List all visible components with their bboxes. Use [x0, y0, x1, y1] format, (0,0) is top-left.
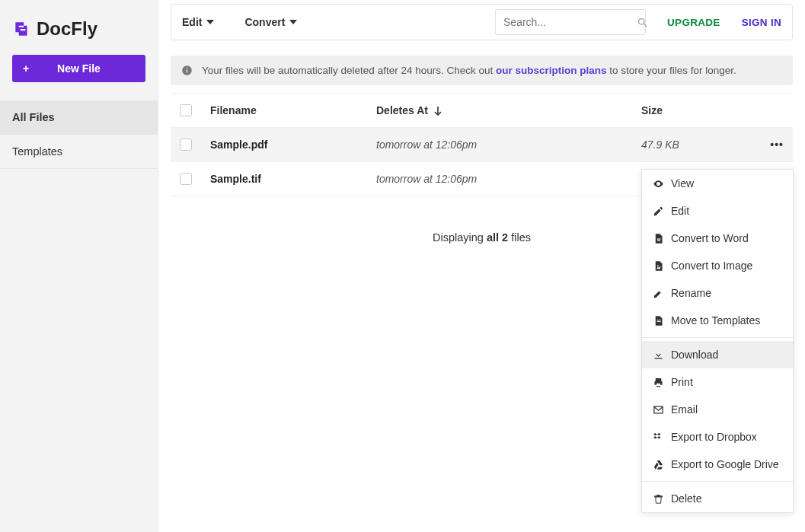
row-size: 47.9 KB: [641, 139, 758, 151]
menu-item-rename[interactable]: Rename: [642, 279, 793, 307]
row-deletes-at: tomorrow at 12:06pm: [376, 139, 641, 151]
header-size[interactable]: Size: [641, 104, 758, 116]
row-checkbox[interactable]: [180, 173, 192, 185]
google-drive-icon: [653, 459, 671, 470]
toolbar: Edit Convert UPGRADE SIGN IN: [171, 4, 793, 40]
menu-item-edit[interactable]: Edit: [642, 197, 793, 225]
menu-item-export-dropbox[interactable]: Export to Dropbox: [642, 423, 793, 451]
brand-name: DocFly: [37, 18, 97, 40]
plus-icon: +: [23, 62, 29, 75]
search-box: [495, 9, 646, 35]
svg-rect-9: [657, 321, 661, 322]
file-image-icon: [653, 260, 671, 272]
svg-rect-3: [187, 69, 187, 72]
row-deletes-at: tomorrow at 12:06pm: [376, 173, 641, 185]
table-row[interactable]: Sample.pdf tomorrow at 12:06pm 47.9 KB •…: [171, 128, 793, 162]
banner-text-after: to store your files for longer.: [606, 65, 736, 76]
menu-divider: [642, 337, 793, 338]
svg-text:W: W: [657, 237, 661, 241]
more-icon: •••: [770, 139, 784, 151]
new-file-button[interactable]: + New File: [12, 55, 145, 82]
search-icon[interactable]: [637, 17, 648, 28]
svg-point-7: [657, 265, 659, 266]
sort-down-icon: [434, 107, 442, 116]
header-filename[interactable]: Filename: [210, 104, 376, 116]
signin-link[interactable]: SIGN IN: [742, 17, 781, 28]
table-header-row: Filename Deletes At Size: [171, 93, 793, 128]
info-icon: [181, 65, 193, 76]
caret-down-icon: [289, 20, 297, 24]
menu-divider: [642, 481, 793, 482]
menu-item-move-templates[interactable]: Move to Templates: [642, 307, 793, 334]
trash-icon: [653, 493, 671, 505]
sidebar: DocFly + New File All Files Templates: [0, 0, 158, 532]
row-filename: Sample.tif: [210, 173, 376, 185]
envelope-icon: [653, 404, 671, 416]
search-input[interactable]: [503, 16, 637, 28]
sidebar-item-all-files[interactable]: All Files: [0, 100, 158, 135]
menu-item-download[interactable]: Download: [642, 341, 793, 368]
row-more-actions[interactable]: •••: [758, 139, 784, 151]
print-icon: [653, 377, 671, 388]
sidebar-item-templates[interactable]: Templates: [0, 135, 158, 169]
edit-menu[interactable]: Edit: [182, 16, 214, 28]
caret-down-icon: [206, 20, 214, 24]
menu-item-convert-image[interactable]: Convert to Image: [642, 252, 793, 279]
convert-menu[interactable]: Convert: [244, 16, 297, 28]
subscription-link[interactable]: our subscription plans: [496, 65, 607, 76]
header-deletes-at[interactable]: Deletes At: [376, 104, 641, 116]
svg-rect-4: [187, 68, 187, 68]
dropbox-icon: [653, 432, 671, 443]
row-checkbox[interactable]: [180, 139, 192, 151]
file-icon: [653, 315, 671, 327]
svg-rect-8: [657, 320, 661, 320]
download-icon: [653, 349, 671, 361]
svg-line-1: [644, 24, 647, 27]
file-word-icon: W: [653, 233, 671, 244]
pencil-square-icon: [653, 205, 671, 217]
select-all-checkbox[interactable]: [180, 104, 192, 116]
brand-logo-icon: [12, 19, 32, 39]
eye-icon: [653, 178, 671, 190]
brand-logo[interactable]: DocFly: [0, 12, 158, 55]
pencil-icon: [653, 288, 671, 299]
upgrade-link[interactable]: UPGRADE: [667, 17, 720, 28]
menu-item-export-gdrive[interactable]: Export to Google Drive: [642, 451, 793, 478]
new-file-label: New File: [57, 62, 101, 75]
menu-item-convert-word[interactable]: W Convert to Word: [642, 225, 793, 252]
menu-item-email[interactable]: Email: [642, 396, 793, 423]
menu-item-view[interactable]: View: [642, 170, 793, 197]
info-banner: Your files will be automatically deleted…: [171, 56, 793, 85]
banner-text-before: Your files will be automatically deleted…: [202, 65, 496, 76]
row-filename: Sample.pdf: [210, 139, 376, 151]
menu-item-print[interactable]: Print: [642, 368, 793, 396]
menu-item-delete[interactable]: Delete: [642, 485, 793, 512]
svg-point-0: [639, 18, 645, 24]
context-menu: View Edit W Convert to Word Convert to I…: [641, 169, 794, 513]
main: Edit Convert UPGRADE SIGN IN Your files: [158, 0, 805, 532]
